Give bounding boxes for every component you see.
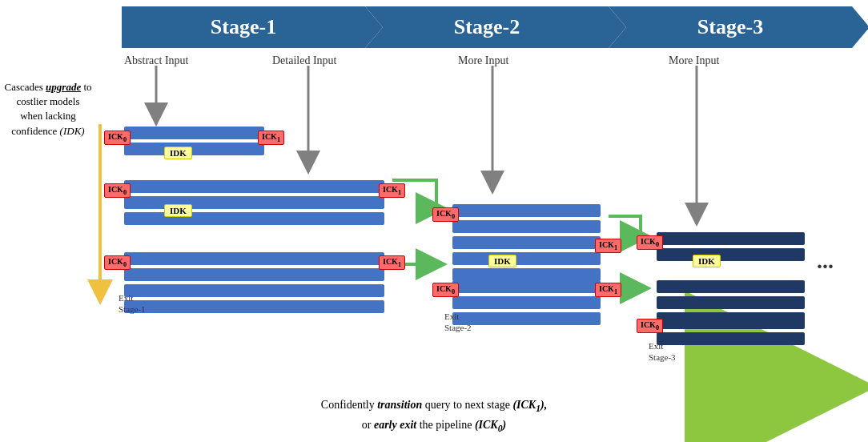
exit-stage1-label: ExitStage-1 <box>119 292 146 315</box>
stage2-row3-bars <box>452 280 601 325</box>
stage2-row1-bars <box>452 204 601 233</box>
bottom-caption: Confidently transition query to next sta… <box>0 396 868 436</box>
stage3-row3-bars <box>657 316 805 345</box>
stage3-row1-bars <box>657 232 805 261</box>
stage1-row3-ick1: ICK1 <box>379 255 405 270</box>
exit-stage2-label: ExitStage-2 <box>444 311 472 334</box>
stage1-row3-bars <box>124 252 384 313</box>
more-input-label-s3: More Input <box>669 54 719 67</box>
stage1-row1-bars <box>124 127 264 155</box>
stage-2-label: Stage-2 <box>454 15 520 39</box>
stages-row: Stage-1 Stage-2 Stage-3 <box>104 6 852 48</box>
stage-1-label: Stage-1 <box>211 15 276 39</box>
stage1-row2-bars <box>124 180 384 225</box>
left-yellow-arrow <box>94 124 106 300</box>
stage3-row3-ick0: ICK0 <box>637 319 663 333</box>
stage1-row1-ick0: ICK0 <box>104 131 131 145</box>
stage2-row2-ick1: ICK1 <box>595 239 621 253</box>
stage1-row1-ick1: ICK1 <box>258 131 284 145</box>
left-cascade-label: Cascades upgrade to costlier models when… <box>4 80 92 139</box>
more-input-label-s2: More Input <box>458 54 508 67</box>
stage2-row3-ick0: ICK0 <box>432 283 459 297</box>
stage1-row2-ick1: ICK1 <box>379 183 405 198</box>
exit-stage3-label: ExitStage-3 <box>649 340 676 364</box>
stage1-row1-idk: IDK <box>164 147 192 159</box>
detailed-input-label: Detailed Input <box>272 54 336 67</box>
stage1-row2-idk: IDK <box>164 204 192 217</box>
stage2-row2-bars <box>452 236 601 281</box>
stage2-idk: IDK <box>488 255 516 267</box>
stage3-row1-ick0: ICK0 <box>637 235 663 250</box>
stage2-row1-ick0: ICK0 <box>432 207 459 222</box>
stage-1-banner: Stage-1 <box>122 6 365 48</box>
stage-2-banner: Stage-2 <box>365 6 609 48</box>
diagram-container: Stage-1 Stage-2 Stage-3 Cascades upgrade… <box>0 0 868 442</box>
stage-3-label: Stage-3 <box>697 15 763 39</box>
stage2-row3-ick1: ICK1 <box>595 283 621 297</box>
stage-3-banner: Stage-3 <box>609 6 852 48</box>
stage1-row2-ick0: ICK0 <box>104 183 131 198</box>
stage1-row3-ick0: ICK0 <box>104 255 131 270</box>
dots: ... <box>817 248 834 274</box>
abstract-input-label: Abstract Input <box>124 54 188 67</box>
stage3-idk: IDK <box>693 255 721 267</box>
